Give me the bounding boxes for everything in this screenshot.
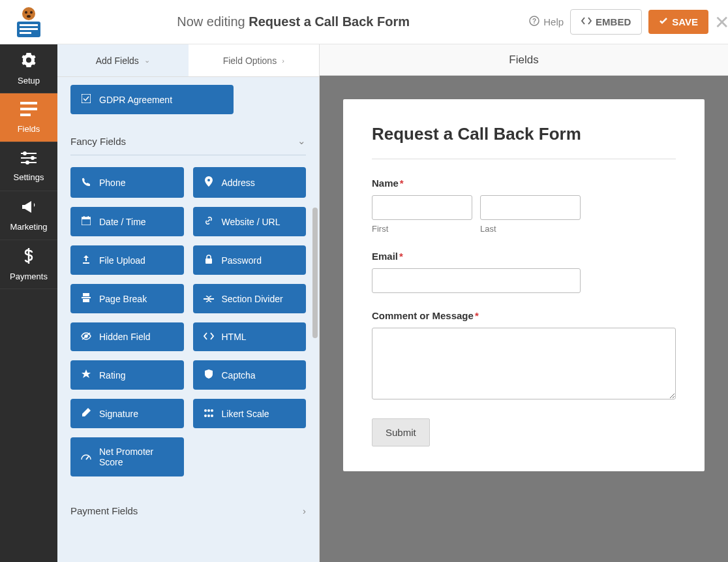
dollar-icon	[24, 248, 33, 268]
svg-point-1	[25, 11, 27, 14]
field-captcha[interactable]: Captcha	[193, 360, 307, 390]
scrollbar[interactable]	[312, 208, 318, 338]
field-section-divider[interactable]: Section Divider	[193, 284, 307, 313]
grid-icon	[204, 409, 214, 419]
svg-rect-21	[82, 217, 91, 219]
field-html[interactable]: HTML	[193, 322, 307, 351]
email-input[interactable]	[372, 268, 581, 293]
svg-point-32	[207, 409, 210, 412]
help-icon: ?	[529, 16, 539, 28]
sidebar-item-settings[interactable]: Settings	[0, 142, 57, 191]
section-fancy-fields[interactable]: Fancy Fields ⌄	[70, 123, 306, 155]
tab-field-options[interactable]: Field Options ›	[189, 44, 320, 76]
phone-icon	[81, 177, 91, 188]
lock-icon	[204, 255, 214, 266]
sidebar-item-payments[interactable]: Payments	[0, 240, 57, 289]
link-icon	[204, 216, 214, 227]
main-area: Setup Fields Settings Marketing Payments	[0, 44, 728, 562]
app-logo	[0, 0, 57, 44]
svg-rect-10	[20, 102, 37, 104]
svg-point-31	[204, 409, 207, 412]
page-title: Now editing Request a Call Back Form	[57, 14, 529, 29]
name-label: Name*	[372, 178, 676, 189]
divider-icon	[204, 294, 214, 304]
field-comment-row[interactable]: Comment or Message*	[372, 310, 676, 401]
email-label: Email*	[372, 251, 676, 262]
fields-panel: Add Fields ⌄ Field Options › GDPR Agreem…	[57, 44, 320, 562]
pin-icon	[204, 176, 214, 189]
panel-tabs: Add Fields ⌄ Field Options ›	[57, 44, 319, 77]
field-rating[interactable]: Rating	[70, 360, 184, 390]
sidebar: Setup Fields Settings Marketing Payments	[0, 44, 57, 562]
wpforms-logo-icon	[9, 6, 48, 39]
svg-point-18	[25, 161, 29, 164]
required-asterisk: *	[400, 178, 404, 189]
svg-point-3	[27, 15, 31, 18]
field-hidden-field[interactable]: Hidden Field	[70, 322, 184, 351]
code-icon	[204, 332, 214, 342]
field-signature[interactable]: Signature	[70, 399, 184, 428]
svg-point-36	[211, 414, 213, 417]
svg-rect-23	[88, 216, 89, 218]
svg-rect-26	[83, 299, 89, 302]
sidebar-item-marketing[interactable]: Marketing	[0, 191, 57, 240]
check-icon	[659, 16, 668, 27]
top-bar: Now editing Request a Call Back Form ? H…	[0, 0, 728, 44]
svg-rect-27	[82, 297, 91, 298]
field-page-break[interactable]: Page Break	[70, 284, 184, 313]
form-icon	[20, 102, 37, 120]
svg-rect-5	[20, 24, 38, 26]
sliders-icon	[21, 151, 37, 168]
field-name-row[interactable]: Name* First Last	[372, 178, 676, 234]
gauge-icon	[81, 452, 91, 462]
svg-rect-7	[20, 32, 31, 34]
svg-rect-22	[83, 216, 85, 218]
field-likert-scale[interactable]: Likert Scale	[193, 399, 307, 428]
eye-off-icon	[81, 332, 91, 342]
required-asterisk: *	[399, 251, 403, 262]
tab-add-fields[interactable]: Add Fields ⌄	[57, 44, 189, 76]
field-gdpr-agreement[interactable]: GDPR Agreement	[70, 85, 234, 114]
help-link[interactable]: ? Help	[529, 16, 564, 28]
star-icon	[81, 369, 91, 381]
svg-text:?: ?	[532, 18, 536, 25]
field-website-url[interactable]: Website / URL	[193, 207, 307, 236]
svg-rect-11	[20, 108, 37, 110]
svg-point-34	[204, 414, 207, 417]
section-payment-fields[interactable]: Payment Fields ›	[70, 493, 306, 524]
code-icon	[581, 16, 592, 27]
sidebar-item-fields[interactable]: Fields	[0, 93, 57, 142]
sidebar-item-setup[interactable]: Setup	[0, 44, 57, 93]
field-date-time[interactable]: Date / Time	[70, 207, 184, 236]
chevron-right-icon: ›	[282, 57, 284, 65]
field-net-promoter-score[interactable]: Net Promoter Score	[70, 437, 184, 476]
first-sublabel: First	[372, 224, 472, 234]
checkbox-icon	[81, 94, 91, 105]
first-name-input[interactable]	[372, 195, 472, 220]
calendar-icon	[81, 216, 91, 227]
chevron-right-icon: ›	[303, 505, 306, 516]
svg-line-37	[86, 456, 89, 460]
close-button[interactable]: ✕	[708, 11, 728, 33]
top-actions: ? Help EMBED SAVE	[529, 9, 728, 35]
comment-label: Comment or Message*	[372, 310, 676, 321]
form-preview[interactable]: Request a Call Back Form Name* First Las…	[343, 99, 705, 471]
submit-button[interactable]: Submit	[372, 418, 430, 446]
required-asterisk: *	[475, 310, 479, 321]
field-address[interactable]: Address	[193, 167, 307, 198]
field-password[interactable]: Password	[193, 245, 307, 275]
field-file-upload[interactable]: File Upload	[70, 245, 184, 275]
comment-textarea[interactable]	[372, 328, 676, 399]
field-phone[interactable]: Phone	[70, 167, 184, 198]
upload-icon	[81, 255, 91, 266]
last-name-input[interactable]	[480, 195, 581, 220]
panel-body[interactable]: GDPR Agreement Fancy Fields ⌄ Phone Addr…	[57, 77, 319, 562]
embed-button[interactable]: EMBED	[570, 9, 642, 35]
field-email-row[interactable]: Email*	[372, 251, 676, 293]
svg-rect-28	[204, 298, 214, 300]
preview-area: Request a Call Back Form Name* First Las…	[320, 76, 728, 562]
svg-rect-19	[82, 94, 91, 103]
svg-point-16	[31, 156, 35, 160]
save-button[interactable]: SAVE	[648, 10, 708, 34]
chevron-down-icon: ⌄	[297, 135, 306, 147]
